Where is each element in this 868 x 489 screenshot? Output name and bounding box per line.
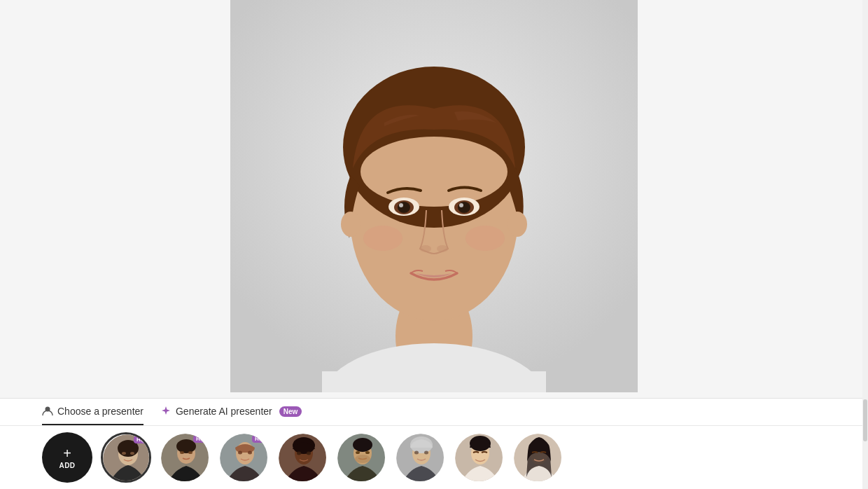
svg-point-7 (360, 137, 507, 207)
svg-point-11 (399, 203, 403, 207)
svg-point-10 (398, 202, 410, 213)
svg-point-41 (307, 452, 311, 455)
add-label: ADD (59, 462, 75, 469)
svg-point-18 (363, 226, 402, 251)
tab-generate-ai-presenter[interactable]: Generate AI presenter New (160, 406, 302, 425)
svg-point-47 (365, 451, 370, 454)
presenter-thumb-4[interactable] (277, 432, 328, 483)
presenter-thumb-3[interactable]: HQ (218, 432, 269, 483)
svg-point-44 (353, 438, 372, 452)
new-badge: New (279, 406, 302, 417)
scrollbar-thumb (863, 399, 867, 441)
svg-point-20 (341, 212, 360, 237)
svg-point-52 (424, 451, 428, 455)
svg-point-21 (507, 212, 527, 237)
tab-choose-presenter[interactable]: Choose a presenter (42, 406, 144, 425)
bottom-toolbar: Choose a presenter Generate AI presenter… (0, 398, 868, 489)
sparkle-icon (160, 406, 172, 417)
svg-point-36 (248, 451, 252, 455)
tab-choose-presenter-label: Choose a presenter (57, 406, 144, 417)
svg-point-51 (414, 451, 419, 455)
svg-point-19 (465, 226, 505, 251)
add-presenter-button[interactable]: + ADD (42, 432, 92, 483)
presenter-thumb-7[interactable] (454, 432, 504, 483)
hq-badge-1: HQ (134, 436, 148, 443)
right-scrollbar[interactable] (862, 0, 868, 489)
svg-point-32 (188, 451, 192, 454)
hq-badge-2: HQ (193, 435, 207, 443)
presenter-thumb-2[interactable]: HQ (160, 432, 210, 483)
svg-rect-4 (322, 371, 546, 392)
svg-point-35 (238, 451, 242, 455)
svg-point-26 (122, 452, 126, 455)
svg-point-17 (437, 245, 448, 252)
plus-icon: + (63, 446, 71, 460)
main-area: Choose a presenter Generate AI presenter… (0, 0, 868, 489)
svg-point-31 (180, 451, 184, 454)
presenter-preview (230, 0, 638, 392)
svg-point-27 (130, 452, 134, 455)
presenter-thumb-5[interactable] (336, 432, 386, 483)
svg-point-14 (458, 202, 470, 213)
tab-generate-ai-label: Generate AI presenter (176, 406, 272, 417)
presenter-face (230, 0, 638, 392)
presenter-thumb-6[interactable] (395, 432, 445, 483)
presenter-thumb-8[interactable] (512, 432, 563, 483)
hq-badge-3: HQ (252, 435, 266, 443)
svg-point-40 (297, 452, 301, 455)
svg-point-15 (459, 203, 463, 207)
presenter-thumb-1[interactable]: HQ (101, 432, 151, 483)
presenters-row: + ADD HQ HQ (0, 426, 868, 489)
toolbar-tabs: Choose a presenter Generate AI presenter… (0, 399, 868, 426)
person-icon (42, 406, 53, 417)
svg-point-46 (356, 451, 360, 454)
svg-point-16 (420, 245, 431, 252)
